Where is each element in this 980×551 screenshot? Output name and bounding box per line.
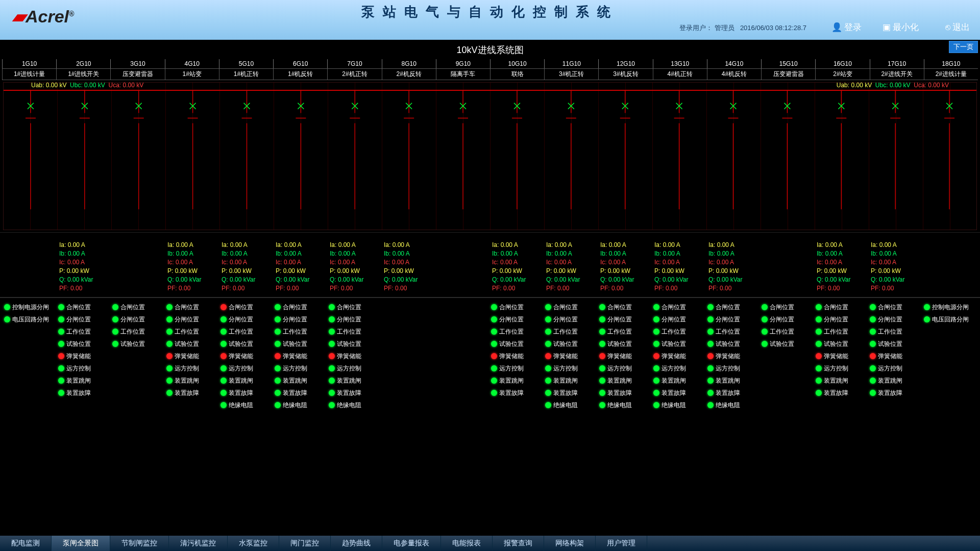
status-row: 远方控制 bbox=[329, 362, 381, 374]
status-label: 绝缘电阻 bbox=[337, 401, 361, 410]
status-dot-icon bbox=[166, 365, 173, 371]
nav-tab[interactable]: 闸门监控 bbox=[279, 536, 331, 551]
status-dot-icon bbox=[707, 378, 714, 384]
nav-tab[interactable]: 网络构架 bbox=[544, 536, 596, 551]
status-row: 工作位置 bbox=[816, 325, 868, 338]
nav-tab[interactable]: 报警查询 bbox=[493, 536, 544, 551]
meas-col: Ia: 0.00 A Ib: 0.00 A Ic: 0.00 A P: 0.00… bbox=[57, 241, 111, 293]
status-dot-icon bbox=[166, 304, 173, 310]
status-label: 分闸位置 bbox=[878, 315, 902, 324]
status-row: 合闸位置 bbox=[816, 301, 868, 313]
bay-id: 12G10 bbox=[598, 59, 652, 68]
bay-name: 4#机反转 bbox=[707, 68, 761, 80]
meas-col: Ia: 0.00 A Ib: 0.00 A Ic: 0.00 A P: 0.00… bbox=[382, 241, 436, 293]
next-page-button[interactable]: 下一页 bbox=[949, 41, 978, 53]
nav-tab[interactable]: 用户管理 bbox=[596, 536, 647, 551]
status-label: 装置故障 bbox=[499, 389, 524, 397]
status-row: 远方控制 bbox=[653, 362, 705, 374]
nav-tab[interactable]: 电参量报表 bbox=[382, 536, 441, 551]
meas-col: Ia: 0.00 A Ib: 0.00 A Ic: 0.00 A P: 0.00… bbox=[165, 241, 219, 293]
status-label: 分闸位置 bbox=[824, 315, 848, 324]
meas-col: Ia: 0.00 A Ib: 0.00 A Ic: 0.00 A P: 0.00… bbox=[598, 241, 652, 293]
status-label: 分闸位置 bbox=[229, 315, 253, 324]
status-row: 远方控制 bbox=[166, 362, 218, 374]
meas-col bbox=[923, 241, 977, 293]
status-label: 工作位置 bbox=[66, 328, 91, 336]
status-row: 绝缘电阻 bbox=[545, 399, 597, 411]
status-label: 远方控制 bbox=[662, 364, 686, 373]
status-label: 工作位置 bbox=[337, 328, 361, 336]
status-row: 弹簧储能 bbox=[653, 350, 705, 362]
status-dot-icon bbox=[870, 316, 876, 322]
login-button[interactable]: 👤登录 bbox=[831, 21, 862, 33]
status-row: 分闸位置 bbox=[220, 313, 273, 325]
status-dot-icon bbox=[816, 390, 822, 396]
status-dot-icon bbox=[112, 329, 118, 335]
status-label: 工作位置 bbox=[553, 328, 578, 336]
status-label: 试验位置 bbox=[878, 340, 902, 348]
status-dot-icon bbox=[275, 304, 281, 310]
status-label: 合闸位置 bbox=[662, 303, 686, 312]
status-dot-icon bbox=[545, 304, 551, 310]
status-dot-icon bbox=[653, 353, 659, 359]
status-row: 工作位置 bbox=[275, 325, 327, 338]
nav-tab[interactable]: 配电监测 bbox=[0, 536, 52, 551]
status-col: 合闸位置 分闸位置 工作位置 试验位置 bbox=[111, 301, 165, 411]
status-dot-icon bbox=[275, 378, 281, 384]
status-row: 弹簧储能 bbox=[707, 350, 760, 362]
status-dot-icon bbox=[599, 390, 605, 396]
status-dot-icon bbox=[329, 353, 335, 359]
status-row: 装置跳闸 bbox=[329, 374, 381, 387]
status-dot-icon bbox=[220, 365, 227, 371]
status-label: 装置故障 bbox=[607, 389, 632, 397]
sld-svg bbox=[4, 83, 976, 230]
meas-col: Ia: 0.00 A Ib: 0.00 A Ic: 0.00 A P: 0.00… bbox=[274, 241, 328, 293]
status-label: 弹簧储能 bbox=[878, 352, 902, 361]
status-label: 弹簧储能 bbox=[607, 352, 632, 361]
nav-tab[interactable]: 趋势曲线 bbox=[331, 536, 382, 551]
status-label: 合闸位置 bbox=[337, 303, 361, 312]
status-row: 试验位置 bbox=[870, 338, 922, 350]
status-dot-icon bbox=[707, 329, 714, 335]
status-dot-icon bbox=[491, 365, 497, 371]
status-row: 合闸位置 bbox=[491, 301, 543, 313]
status-row: 分闸位置 bbox=[545, 313, 597, 325]
bay-name: 1#机反转 bbox=[273, 68, 327, 80]
status-dot-icon bbox=[491, 341, 497, 347]
status-row: 试验位置 bbox=[275, 338, 327, 350]
nav-tab[interactable]: 清污机监控 bbox=[169, 536, 228, 551]
nav-tab[interactable]: 节制闸监控 bbox=[110, 536, 169, 551]
bay-id: 2G10 bbox=[56, 59, 110, 68]
status-label: 工作位置 bbox=[120, 328, 145, 336]
status-col: 合闸位置 分闸位置 工作位置 试验位置 bbox=[761, 301, 815, 411]
status-label: 装置故障 bbox=[662, 389, 686, 397]
status-dot-icon bbox=[58, 329, 64, 335]
nav-tab[interactable]: 水泵监控 bbox=[228, 536, 279, 551]
status-col: 合闸位置 分闸位置 工作位置 试验位置 弹簧储能 远方控制 装置跳闸 装置故障 … bbox=[706, 301, 761, 411]
status-row: 绝缘电阻 bbox=[329, 399, 381, 411]
status-row: 工作位置 bbox=[166, 325, 218, 338]
exit-button[interactable]: ⎋退出 bbox=[945, 21, 970, 33]
status-label: 试验位置 bbox=[337, 340, 361, 348]
status-dot-icon bbox=[545, 365, 551, 371]
bay-name: 4#机正转 bbox=[653, 68, 707, 80]
status-label: 工作位置 bbox=[229, 328, 253, 336]
status-dot-icon bbox=[707, 353, 714, 359]
status-label: 绝缘电阻 bbox=[607, 401, 632, 410]
bay-id: 5G10 bbox=[219, 59, 273, 68]
status-dot-icon bbox=[58, 365, 64, 371]
status-label: 工作位置 bbox=[770, 328, 794, 336]
status-dot-icon bbox=[58, 316, 64, 322]
status-label: 远方控制 bbox=[283, 364, 307, 373]
status-dot-icon bbox=[545, 402, 551, 408]
minimize-button[interactable]: ▣最小化 bbox=[883, 21, 919, 33]
status-col: 控制电源分闸 电压回路分闸 bbox=[3, 301, 57, 411]
nav-tab[interactable]: 泵闸全景图 bbox=[52, 536, 110, 551]
status-row: 弹簧储能 bbox=[491, 350, 543, 362]
status-row: 分闸位置 bbox=[491, 313, 543, 325]
bay-id: 9G10 bbox=[436, 59, 490, 68]
status-row: 远方控制 bbox=[491, 362, 543, 374]
status-row: 试验位置 bbox=[816, 338, 868, 350]
status-row: 分闸位置 bbox=[816, 313, 868, 325]
nav-tab[interactable]: 电能报表 bbox=[441, 536, 493, 551]
